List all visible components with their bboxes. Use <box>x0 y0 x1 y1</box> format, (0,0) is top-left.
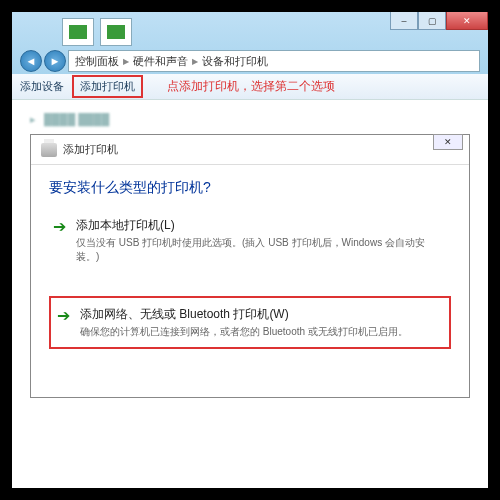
chevron-right-icon: ▶ <box>192 57 198 66</box>
option-desc: 确保您的计算机已连接到网络，或者您的 Bluetooth 或无线打印机已启用。 <box>80 325 408 339</box>
arrow-right-icon: ➔ <box>53 219 66 264</box>
option-network-printer[interactable]: ➔ 添加网络、无线或 Bluetooth 打印机(W) 确保您的计算机已连接到网… <box>49 296 451 349</box>
breadcrumb-item[interactable]: 设备和打印机 <box>202 54 268 69</box>
forward-button[interactable]: ► <box>44 50 66 72</box>
option-title: 添加本地打印机(L) <box>76 217 447 234</box>
chevron-right-icon: ▶ <box>123 57 129 66</box>
minimize-button[interactable]: – <box>390 12 418 30</box>
wizard-title-bar-text: 添加打印机 <box>63 142 118 157</box>
option-local-printer[interactable]: ➔ 添加本地打印机(L) 仅当没有 USB 打印机时使用此选项。(插入 USB … <box>49 213 451 268</box>
arrow-right-icon: ➔ <box>57 308 70 339</box>
printer-icon <box>41 143 57 157</box>
wizard-close-button[interactable]: ✕ <box>433 134 463 150</box>
maximize-button[interactable]: ▢ <box>418 12 446 30</box>
header-thumbnails <box>62 18 132 46</box>
wizard-heading: 要安装什么类型的打印机? <box>49 179 451 197</box>
breadcrumb-item[interactable]: 控制面板 <box>75 54 119 69</box>
instruction-annotation: 点添加打印机，选择第二个选项 <box>167 78 335 95</box>
wizard-header: 添加打印机 <box>31 135 469 165</box>
close-button[interactable]: ✕ <box>446 12 488 30</box>
blurred-row: ▸████ ████ <box>30 110 470 128</box>
option-title: 添加网络、无线或 Bluetooth 打印机(W) <box>80 306 408 323</box>
window-controls: – ▢ ✕ <box>390 12 488 30</box>
option-desc: 仅当没有 USB 打印机时使用此选项。(插入 USB 打印机后，Windows … <box>76 236 447 264</box>
breadcrumb[interactable]: 控制面板 ▶ 硬件和声音 ▶ 设备和打印机 <box>68 50 480 72</box>
thumbnail <box>100 18 132 46</box>
thumbnail <box>62 18 94 46</box>
back-button[interactable]: ◄ <box>20 50 42 72</box>
toolbar: 添加设备 添加打印机 点添加打印机，选择第二个选项 <box>12 74 488 100</box>
add-device-button[interactable]: 添加设备 <box>20 79 64 94</box>
window-titlebar: – ▢ ✕ ◄ ► 控制面板 ▶ 硬件和声音 ▶ 设备和打印机 <box>12 12 488 74</box>
add-printer-button[interactable]: 添加打印机 <box>72 75 143 98</box>
add-printer-wizard: ✕ 添加打印机 要安装什么类型的打印机? ➔ 添加本地打印机(L) 仅当没有 U… <box>30 134 470 398</box>
breadcrumb-item[interactable]: 硬件和声音 <box>133 54 188 69</box>
